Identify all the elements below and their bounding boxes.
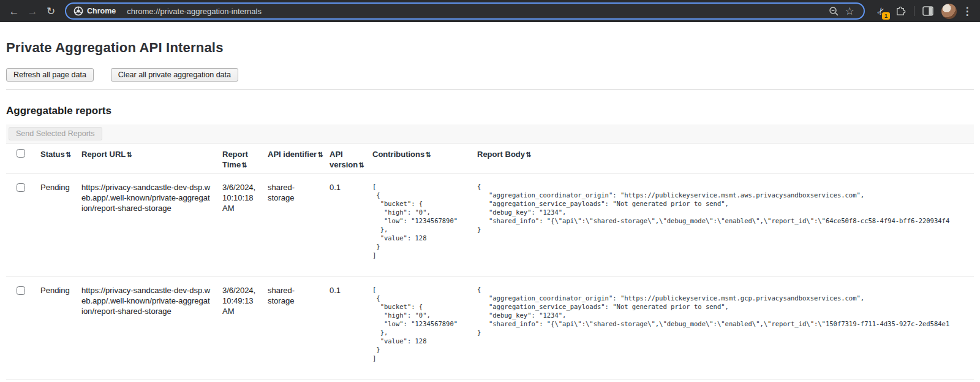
menu-icon[interactable]: ⋮ bbox=[960, 5, 974, 18]
url-text[interactable]: chrome://private-aggregation-internals bbox=[127, 7, 826, 16]
cell-report-time: 3/6/2024, 10:49:13 AM bbox=[222, 277, 268, 380]
row-checkbox[interactable] bbox=[17, 286, 25, 295]
cell-contributions: [ { "bucket": { "high": "0", "low": "123… bbox=[372, 285, 469, 362]
reports-table: Status⇅ Report URL⇅ Report Time⇅ API ide… bbox=[6, 143, 974, 380]
divider bbox=[6, 90, 974, 90]
cell-status: Pending bbox=[40, 277, 81, 380]
column-header-status[interactable]: Status⇅ bbox=[40, 143, 81, 174]
column-header-report-time[interactable]: Report Time⇅ bbox=[222, 143, 268, 174]
reload-icon[interactable]: ↻ bbox=[42, 2, 60, 20]
chrome-logo-icon bbox=[74, 6, 83, 16]
zoom-icon[interactable] bbox=[826, 3, 842, 19]
section-title: Aggregatable reports bbox=[6, 105, 974, 117]
cell-contributions: [ { "bucket": { "high": "0", "low": "123… bbox=[372, 182, 469, 259]
back-icon[interactable]: ← bbox=[5, 2, 23, 20]
cell-api-identifier: shared-storage bbox=[268, 277, 330, 380]
column-header-report-body[interactable]: Report Body⇅ bbox=[477, 143, 974, 174]
refresh-all-button[interactable]: Refresh all page data bbox=[6, 68, 94, 82]
url-bar[interactable]: Chrome chrome://private-aggregation-inte… bbox=[65, 2, 865, 20]
extension-badge: 1 bbox=[882, 12, 890, 20]
cell-status: Pending bbox=[40, 174, 81, 277]
column-header-api-version[interactable]: API version⇅ bbox=[330, 143, 372, 174]
chrome-chip-label: Chrome bbox=[87, 7, 116, 15]
table-toolbar: Send Selected Reports bbox=[6, 124, 974, 143]
sort-icon: ⇅ bbox=[425, 151, 431, 158]
sort-icon: ⇅ bbox=[126, 151, 132, 158]
forward-icon[interactable]: → bbox=[23, 2, 42, 20]
column-header-contributions[interactable]: Contributions⇅ bbox=[372, 143, 477, 174]
column-header-api-identifier[interactable]: API identifier⇅ bbox=[268, 143, 330, 174]
browser-toolbar: ← → ↻ Chrome chrome://private-aggregatio… bbox=[0, 0, 980, 22]
sort-icon: ⇅ bbox=[317, 151, 323, 158]
send-selected-button[interactable]: Send Selected Reports bbox=[9, 127, 102, 140]
cell-api-identifier: shared-storage bbox=[268, 174, 330, 277]
clear-all-button[interactable]: Clear all private aggregation data bbox=[111, 68, 238, 82]
cell-report-body: { "aggregation_coordinator_origin": "htt… bbox=[477, 285, 965, 337]
cell-api-version: 0.1 bbox=[330, 277, 372, 380]
chrome-chip: Chrome bbox=[71, 5, 121, 17]
table-row: Pending https://privacy-sandcastle-dev-d… bbox=[6, 174, 974, 277]
toolbar-separator bbox=[914, 6, 914, 16]
cell-report-url: https://privacy-sandcastle-dev-dsp.web.a… bbox=[81, 174, 222, 277]
table-header-row: Status⇅ Report URL⇅ Report Time⇅ API ide… bbox=[6, 143, 974, 174]
sort-icon: ⇅ bbox=[358, 161, 364, 169]
select-all-checkbox[interactable] bbox=[17, 149, 25, 158]
bookmark-star-icon[interactable]: ☆ bbox=[842, 3, 858, 19]
row-checkbox[interactable] bbox=[17, 183, 25, 192]
profile-avatar[interactable] bbox=[941, 4, 957, 19]
column-header-report-url[interactable]: Report URL⇅ bbox=[81, 143, 222, 174]
cell-report-url: https://privacy-sandcastle-dev-dsp.web.a… bbox=[81, 277, 222, 380]
side-panel-icon[interactable] bbox=[919, 2, 937, 20]
cell-report-body: { "aggregation_coordinator_origin": "htt… bbox=[477, 182, 965, 234]
page-title: Private Aggregation API Internals bbox=[6, 40, 974, 56]
cell-api-version: 0.1 bbox=[330, 174, 372, 277]
extensions-puzzle-icon[interactable] bbox=[892, 2, 909, 20]
sort-icon: ⇅ bbox=[241, 161, 247, 169]
table-row: Pending https://privacy-sandcastle-dev-d… bbox=[6, 277, 974, 380]
sort-icon: ⇅ bbox=[66, 151, 71, 158]
sort-icon: ⇅ bbox=[526, 151, 531, 158]
cell-report-time: 3/6/2024, 10:10:18 AM bbox=[222, 174, 268, 277]
scissors-extension-icon[interactable]: ✂ 1 bbox=[872, 2, 889, 20]
